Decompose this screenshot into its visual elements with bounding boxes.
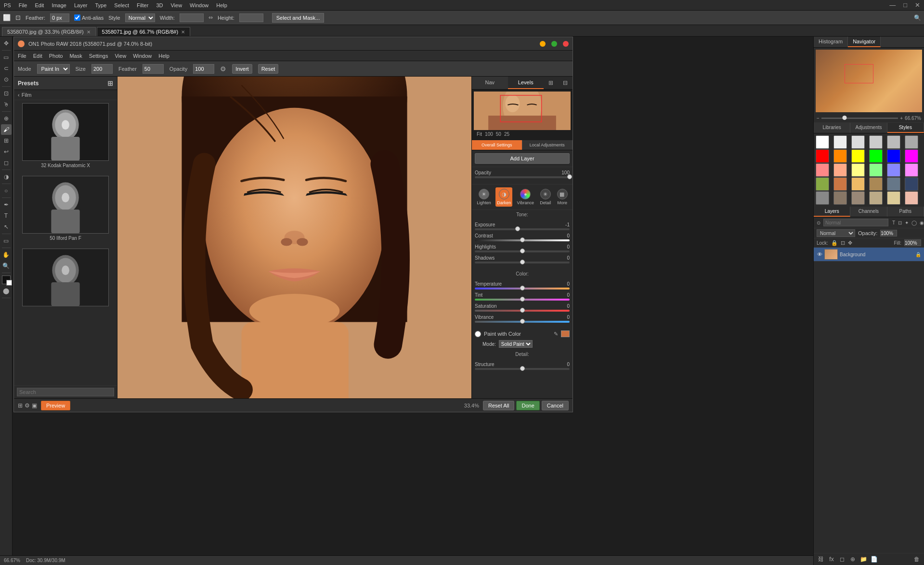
- zoom-100[interactable]: 100: [485, 131, 493, 137]
- tab-1-close[interactable]: ✕: [181, 29, 185, 35]
- structure-slider[interactable]: [475, 368, 570, 370]
- expand-icon[interactable]: ⊞: [544, 77, 558, 89]
- tool-dodge[interactable]: ○: [1, 185, 12, 196]
- style-swatch-19[interactable]: [833, 177, 847, 191]
- tool-zoom[interactable]: 🔍: [1, 261, 12, 271]
- shadows-slider[interactable]: [475, 262, 570, 263]
- preset-item-2[interactable]: [17, 249, 114, 308]
- filter-color-icon[interactable]: ◉: [919, 220, 924, 225]
- fit-label[interactable]: Fit: [477, 131, 482, 137]
- menu-3d[interactable]: 3D: [156, 2, 163, 8]
- on1-maximize[interactable]: [551, 41, 557, 47]
- tool-marquee[interactable]: ▭: [1, 52, 12, 63]
- on1-menu-photo[interactable]: Photo: [49, 53, 63, 59]
- contrast-thumb[interactable]: [520, 237, 525, 242]
- style-swatch-7[interactable]: [833, 149, 847, 163]
- mode-select[interactable]: Paint In: [37, 64, 70, 74]
- tool-move[interactable]: ✥: [1, 38, 12, 49]
- vibrance-slider[interactable]: [475, 321, 570, 323]
- add-layer-btn[interactable]: Add Layer: [475, 153, 570, 164]
- style-swatch-3[interactable]: [869, 135, 883, 149]
- reset-all-btn[interactable]: Reset All: [483, 401, 514, 410]
- tint-slider[interactable]: [475, 299, 570, 301]
- style-swatch-21[interactable]: [869, 177, 883, 191]
- style-swatch-13[interactable]: [833, 163, 847, 177]
- menu-window[interactable]: Window: [190, 2, 208, 8]
- style-swatch-12[interactable]: [816, 163, 829, 177]
- brush-settings-icon[interactable]: ⚙: [220, 65, 226, 73]
- preset-item-0[interactable]: 32 Kodak Panatomic X: [17, 103, 114, 168]
- style-swatch-18[interactable]: [816, 177, 829, 191]
- style-select[interactable]: Normal: [125, 13, 155, 22]
- tool-crop[interactable]: ⊡: [1, 88, 12, 99]
- close-icon[interactable]: ✕: [915, 1, 920, 9]
- layer-visibility-icon[interactable]: 👁: [817, 251, 822, 257]
- grid-view-icon[interactable]: ⊞: [107, 79, 113, 87]
- zoom-50[interactable]: 50: [496, 131, 501, 137]
- tint-thumb[interactable]: [520, 297, 525, 302]
- temperature-thumb[interactable]: [520, 286, 525, 290]
- link-layers-btn[interactable]: ⛓: [817, 555, 825, 564]
- invert-btn[interactable]: Invert: [232, 64, 252, 74]
- height-input[interactable]: [239, 13, 263, 22]
- style-swatch-27[interactable]: [869, 191, 883, 205]
- presets-category[interactable]: Film: [22, 92, 32, 98]
- preset-item-1[interactable]: 50 Ilford Pan F: [17, 176, 114, 241]
- style-swatch-2[interactable]: [851, 135, 865, 149]
- feather-input[interactable]: [50, 13, 69, 22]
- tool-quick-select[interactable]: ⊙: [1, 74, 12, 85]
- channels-tab[interactable]: Channels: [850, 207, 887, 217]
- width-input[interactable]: [180, 13, 204, 22]
- search-icon[interactable]: 🔍: [914, 14, 921, 21]
- menu-edit[interactable]: Edit: [35, 2, 44, 8]
- zoom-thumb[interactable]: [842, 116, 846, 120]
- select-mask-btn[interactable]: Select and Mask...: [272, 13, 325, 23]
- zoom-25[interactable]: 25: [504, 131, 509, 137]
- menu-file[interactable]: File: [19, 2, 27, 8]
- layers-tab[interactable]: Layers: [814, 207, 850, 217]
- paths-tab[interactable]: Paths: [887, 207, 924, 217]
- style-swatch-5[interactable]: [905, 135, 918, 149]
- nav-tab[interactable]: Nav: [472, 77, 508, 89]
- menu-filter[interactable]: Filter: [137, 2, 148, 8]
- collapse-icon[interactable]: ⊟: [558, 77, 573, 89]
- paint-edit-icon[interactable]: ✎: [554, 331, 558, 337]
- on1-menu-mask[interactable]: Mask: [69, 53, 82, 59]
- tool-eraser[interactable]: ◻: [1, 158, 12, 168]
- tool-lasso[interactable]: ⊂: [1, 63, 12, 74]
- filter-type-icon[interactable]: T: [891, 220, 896, 225]
- tab-0-close[interactable]: ✕: [87, 29, 91, 35]
- cancel-btn[interactable]: Cancel: [542, 401, 569, 410]
- tool-eyedropper[interactable]: 🖰: [1, 99, 12, 110]
- zoom-slider[interactable]: [821, 118, 898, 119]
- on1-minimize[interactable]: [540, 41, 546, 47]
- exposure-slider[interactable]: [475, 228, 570, 230]
- lighten-effect[interactable]: ☀ Lighten: [475, 187, 493, 207]
- menu-help[interactable]: Help: [216, 2, 227, 8]
- saturation-slider[interactable]: [475, 310, 570, 312]
- style-swatch-17[interactable]: [905, 163, 918, 177]
- detail-effect[interactable]: ✳ Detail: [538, 187, 552, 207]
- libraries-tab[interactable]: Libraries: [814, 123, 850, 133]
- search-input[interactable]: [17, 388, 114, 396]
- opacity-layers-input[interactable]: [880, 230, 897, 237]
- layers-filter-input[interactable]: [823, 219, 888, 226]
- saturation-thumb[interactable]: [520, 308, 525, 313]
- more-effect[interactable]: ▦ More: [556, 187, 569, 207]
- structure-thumb[interactable]: [520, 366, 525, 371]
- style-swatch-0[interactable]: [816, 135, 829, 149]
- tool-pen[interactable]: ✒: [1, 199, 12, 210]
- tab-0[interactable]: 5358070.jpg @ 33.3% (RGB/8#) ✕: [2, 27, 96, 36]
- menu-select[interactable]: Select: [114, 2, 129, 8]
- style-swatch-14[interactable]: [851, 163, 865, 177]
- tool-brush[interactable]: 🖌: [1, 124, 12, 135]
- new-layer-btn[interactable]: 📄: [870, 555, 878, 564]
- on1-menu-help[interactable]: Help: [158, 53, 169, 59]
- style-swatch-22[interactable]: [887, 177, 900, 191]
- style-swatch-24[interactable]: [816, 191, 829, 205]
- tool-quick-mask[interactable]: ⬤: [1, 286, 12, 296]
- opacity-slider[interactable]: [475, 176, 570, 178]
- lock-pixel-icon[interactable]: ⊡: [841, 240, 845, 246]
- menu-layer[interactable]: Layer: [74, 2, 88, 8]
- settings-btn[interactable]: ⚙: [25, 402, 30, 409]
